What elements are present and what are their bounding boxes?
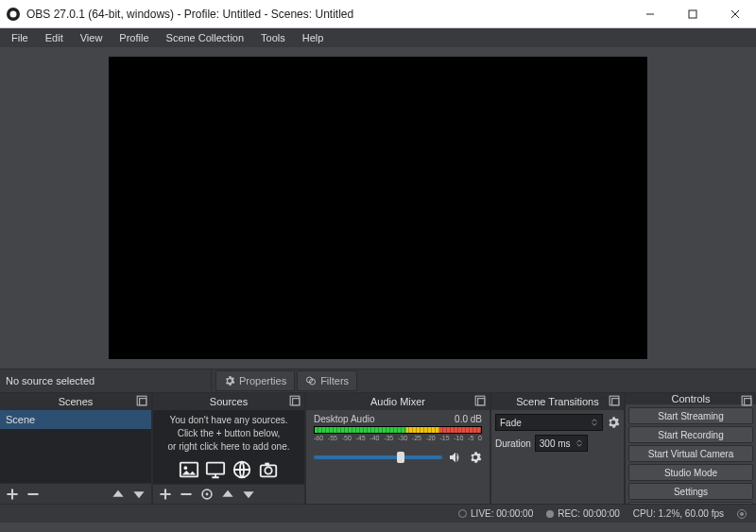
source-up-button[interactable] [221, 488, 234, 501]
filters-button[interactable]: Filters [297, 370, 357, 391]
menu-tools[interactable]: Tools [253, 30, 293, 45]
studio-mode-button[interactable]: Studio Mode [628, 464, 753, 481]
window-close-button[interactable] [713, 0, 756, 28]
source-remove-button[interactable] [180, 488, 193, 501]
menu-view[interactable]: View [73, 30, 111, 45]
menubar: File Edit View Profile Scene Collection … [0, 28, 756, 47]
window-minimize-button[interactable] [628, 0, 671, 28]
svg-point-13 [184, 466, 188, 470]
svg-rect-22 [478, 399, 485, 405]
detach-icon[interactable] [136, 395, 147, 406]
scene-transitions-header[interactable]: Scene Transitions [491, 393, 624, 410]
svg-point-1 [10, 10, 17, 17]
sources-list[interactable]: You don't have any sources. Click the + … [153, 410, 304, 484]
detach-icon[interactable] [474, 395, 486, 406]
svg-rect-26 [745, 399, 751, 405]
transition-settings-icon[interactable] [607, 416, 620, 429]
svg-point-20 [206, 492, 209, 495]
properties-label: Properties [239, 375, 286, 386]
sources-placeholder-l1: You don't have any sources. [170, 414, 288, 427]
statusbar: LIVE: 00:00:00 REC: 00:00:00 CPU: 1.2%, … [0, 504, 756, 523]
detach-icon[interactable] [289, 395, 301, 406]
source-toolbar: No source selected Properties Filters [0, 369, 756, 393]
audio-mixer-dock: Audio Mixer Desktop Audio 0.0 dB -60-55-… [306, 393, 490, 504]
record-icon [546, 510, 554, 518]
scene-remove-button[interactable] [26, 488, 40, 501]
start-streaming-button[interactable]: Start Streaming [628, 407, 753, 424]
meter-ticks: -60-55-50-45-40-35-30-25-20-15-10-50 [314, 435, 482, 444]
slider-thumb[interactable] [397, 452, 404, 463]
window-title: OBS 27.0.1 (64-bit, windows) - Profile: … [26, 8, 353, 21]
sources-placeholder-l3: or right click here to add one. [168, 440, 290, 454]
filters-icon [305, 375, 317, 386]
source-properties-button[interactable] [200, 488, 214, 501]
source-down-button[interactable] [242, 488, 255, 501]
display-source-icon [205, 459, 226, 480]
no-source-selected-label: No source selected [0, 369, 212, 392]
globe-source-icon [232, 459, 252, 480]
broadcast-icon [458, 509, 467, 518]
scene-down-button[interactable] [132, 488, 146, 501]
properties-button[interactable]: Properties [215, 370, 295, 391]
menu-edit[interactable]: Edit [38, 30, 71, 45]
menu-scene-collection[interactable]: Scene Collection [159, 30, 252, 45]
transition-select[interactable]: Fade [495, 414, 603, 431]
window-maximize-button[interactable] [671, 0, 713, 28]
scene-transitions-dock: Scene Transitions Fade Duration 300 ms [491, 393, 624, 504]
controls-dock: Controls Start Streaming Start Recording… [626, 393, 756, 504]
svg-rect-11 [293, 399, 300, 405]
image-source-icon [179, 459, 199, 480]
transition-selected-label: Fade [500, 418, 522, 428]
controls-header[interactable]: Controls [626, 393, 756, 404]
sources-header[interactable]: Sources [153, 393, 304, 410]
svg-rect-18 [265, 462, 269, 465]
detach-icon[interactable] [741, 395, 752, 406]
sources-dock: Sources You don't have any sources. Clic… [153, 393, 304, 504]
menu-profile[interactable]: Profile [112, 30, 156, 45]
scene-transitions-title: Scene Transitions [516, 396, 598, 407]
mixer-settings-icon[interactable] [469, 451, 482, 464]
controls-title: Controls [672, 393, 711, 404]
svg-rect-9 [140, 399, 146, 405]
duration-value: 300 ms [540, 438, 571, 449]
duration-input[interactable]: 300 ms [535, 435, 588, 452]
app-logo-icon [6, 7, 21, 22]
chevron-updown-icon [591, 419, 598, 426]
chevron-updown-icon [576, 439, 583, 447]
scene-list[interactable] [0, 429, 151, 483]
audio-mixer-title: Audio Mixer [370, 396, 425, 407]
scenes-dock: Scenes Scene [0, 393, 151, 504]
gear-icon [224, 375, 235, 386]
scene-list-item[interactable]: Scene [0, 410, 151, 429]
status-live: LIVE: 00:00:00 [458, 508, 533, 519]
menu-file[interactable]: File [4, 30, 36, 45]
status-cpu: CPU: 1.2%, 60.00 fps [633, 508, 724, 519]
svg-rect-3 [689, 10, 696, 18]
svg-rect-14 [207, 462, 224, 473]
svg-point-17 [265, 467, 271, 473]
scene-add-button[interactable] [6, 488, 19, 501]
speaker-icon[interactable] [448, 450, 463, 465]
source-add-button[interactable] [159, 488, 172, 501]
menu-help[interactable]: Help [295, 30, 332, 45]
sources-title: Sources [210, 396, 248, 407]
detach-icon[interactable] [609, 395, 620, 406]
status-live-label: LIVE: 00:00:00 [471, 508, 533, 519]
preview-area [0, 47, 756, 369]
camera-source-icon [258, 459, 279, 480]
duration-label: Duration [495, 438, 531, 449]
preview-canvas[interactable] [109, 57, 647, 359]
start-recording-button[interactable]: Start Recording [628, 426, 753, 443]
scenes-header[interactable]: Scenes [0, 393, 151, 410]
status-rec: REC: 00:00:00 [546, 508, 620, 519]
filters-label: Filters [320, 375, 349, 386]
status-target-icon[interactable] [737, 509, 747, 519]
start-virtual-camera-button[interactable]: Start Virtual Camera [628, 445, 753, 462]
mixer-level-readout: 0.0 dB [455, 414, 482, 424]
mixer-track-name: Desktop Audio [314, 414, 375, 424]
scene-up-button[interactable] [112, 488, 125, 501]
volume-slider[interactable] [314, 455, 442, 459]
status-rec-label: REC: 00:00:00 [558, 508, 620, 519]
settings-button[interactable]: Settings [628, 483, 753, 500]
audio-mixer-header[interactable]: Audio Mixer [306, 393, 490, 410]
